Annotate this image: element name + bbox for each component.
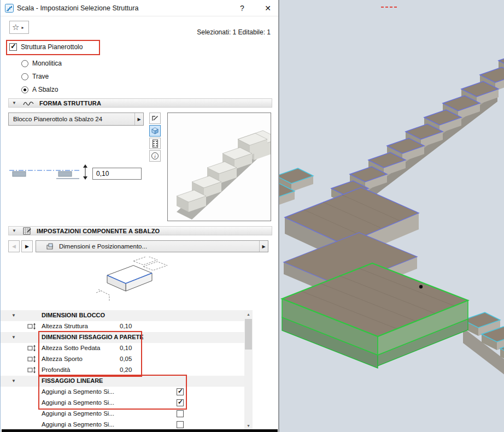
forma-struttura-header[interactable]: ▼ FORMA STRUTTURA <box>8 98 272 108</box>
row-checkbox[interactable] <box>177 399 184 406</box>
floor-plan-icon <box>151 114 159 122</box>
scroll-down-icon[interactable]: ▼ <box>244 422 253 430</box>
collapse-triangle-icon[interactable]: ▼ <box>12 100 16 105</box>
dialog-titlebar[interactable]: Scala - Impostazioni Selezione Struttura… <box>1 0 278 16</box>
row-value[interactable]: 0,10 <box>120 345 132 351</box>
screenshot-stage: Scala - Impostazioni Selezione Struttura… <box>0 0 504 432</box>
radio-monolitica[interactable]: Monolitica <box>21 59 62 68</box>
next-page-button[interactable]: ▶ <box>21 240 33 252</box>
radio-dot[interactable] <box>21 86 28 93</box>
group-label: FISSAGGIO LINEARE <box>42 377 103 384</box>
selection-info: Selezionati: 1 Editabile: 1 <box>197 28 271 36</box>
viewport-3d[interactable] <box>279 0 504 432</box>
close-button[interactable]: ✕ <box>261 3 275 14</box>
row-value[interactable]: 0,20 <box>120 366 132 373</box>
collapse-triangle-icon[interactable]: ▼ <box>11 335 16 340</box>
row-label: Altezza Sotto Pedata <box>42 345 100 351</box>
left-flight-partial <box>279 168 313 207</box>
row-label: Altezza Sporto <box>42 356 83 362</box>
page-dropdown[interactable]: Dimensioni e Posizionamento... ▶ <box>36 240 268 252</box>
help-button[interactable]: ? <box>236 3 249 14</box>
radio-a-sbalzo[interactable]: A Sbalzo <box>21 85 58 94</box>
row-label: Aggiungi a Segmento Si... <box>42 421 114 428</box>
ruler-marks <box>381 7 397 8</box>
table-row[interactable]: Altezza Sotto Pedata0,10 <box>1 343 244 354</box>
table-row[interactable]: Profondità0,20 <box>1 365 244 376</box>
row-label: Aggiungi a Segmento Si... <box>42 410 114 417</box>
radio-dot[interactable] <box>21 60 28 67</box>
collapse-triangle-icon[interactable]: ▼ <box>12 228 16 233</box>
dialog-title: Scala - Impostazioni Selezione Struttura <box>17 4 138 12</box>
info-icon: i <box>151 152 159 160</box>
upper-flight <box>331 53 504 204</box>
favorites-button[interactable]: ☆ ▸ <box>9 21 29 34</box>
altezza-sporto-icon <box>27 356 37 364</box>
row-checkbox[interactable] <box>177 388 184 395</box>
structure-preview[interactable] <box>167 113 271 221</box>
table-row[interactable]: Aggiungi a Segmento Si... <box>1 409 244 419</box>
table-group-row[interactable]: ▼FISSAGGIO LINEARE <box>1 376 244 387</box>
row-checkbox[interactable] <box>177 410 184 417</box>
radio-trave[interactable]: Trave <box>21 72 49 81</box>
profile-dropdown-value: Blocco Pianerottolo a Sbalzo 24 <box>13 116 134 122</box>
scrollbar-thumb[interactable] <box>245 319 252 350</box>
row-label: Profondità <box>42 366 70 373</box>
struttura-pianerottolo-label: Struttura Pianerottolo <box>21 43 83 51</box>
3d-cube-icon <box>151 127 159 135</box>
collapse-triangle-icon[interactable]: ▼ <box>11 313 16 318</box>
dropdown-arrow-icon[interactable]: ▶ <box>134 113 143 125</box>
stair-app-icon <box>5 4 14 13</box>
profondita-icon <box>27 366 37 375</box>
radio-label: Trave <box>32 73 49 80</box>
row-value[interactable]: 0,05 <box>120 356 132 362</box>
offset-diagram <box>8 164 91 181</box>
struttura-pianerottolo-row[interactable]: Struttura Pianerottolo <box>9 43 83 51</box>
table-row[interactable]: Aggiungi a Segmento Si... <box>1 398 244 409</box>
profile-dropdown[interactable]: Blocco Pianerottolo a Sbalzo 24 ▶ <box>8 113 144 126</box>
row-label: Aggiungi a Segmento Si... <box>42 399 114 406</box>
altezza-sotto-pedata-icon <box>27 345 37 353</box>
radio-label: Monolitica <box>32 60 62 67</box>
scroll-up-icon[interactable]: ▲ <box>244 310 253 318</box>
row-label: Altezza Struttura <box>42 323 88 329</box>
info-button[interactable]: i <box>149 150 161 162</box>
section-icon <box>151 139 159 148</box>
stair-3d-model <box>279 0 504 432</box>
table-row[interactable]: Aggiungi a Segmento Si... <box>1 419 244 430</box>
favorites-arrow-icon: ▸ <box>21 25 24 30</box>
table-row[interactable]: Aggiungi a Segmento Si... <box>1 387 244 398</box>
page-icon <box>46 242 54 250</box>
table-scrollbar[interactable]: ▲ ▼ <box>244 310 253 430</box>
page-dropdown-value: Dimensioni e Posizionamento... <box>59 243 259 250</box>
group-label: DIMENSIONI FISSAGGIO A PARETE <box>42 334 144 340</box>
model-3d-view-button[interactable] <box>149 125 161 137</box>
group-label: DIMENSIONI BLOCCO <box>42 312 105 318</box>
row-value[interactable]: 0,10 <box>120 323 132 329</box>
prev-page-button[interactable]: ◀ <box>8 240 20 252</box>
dropdown-arrow-icon[interactable]: ▶ <box>259 241 268 252</box>
row-checkbox[interactable] <box>177 421 184 428</box>
componente-header[interactable]: ▼ IMPOSTAZIONI COMPONENTE A SBALZO <box>8 226 272 235</box>
table-row[interactable]: Altezza Struttura0,10 <box>1 321 244 332</box>
radio-dot[interactable] <box>21 73 28 80</box>
altezza-struttura-icon <box>27 323 37 331</box>
preview-stair-image <box>168 113 271 221</box>
componente-icon <box>23 227 31 235</box>
table-row[interactable]: Altezza Sporto0,05 <box>1 354 244 365</box>
floor-plan-view-button[interactable] <box>149 113 161 124</box>
favorites-star-icon: ☆ <box>12 22 19 32</box>
table-group-row[interactable]: ▼DIMENSIONI BLOCCO <box>1 310 244 321</box>
hotspot-dot <box>419 285 423 288</box>
componente-title: IMPOSTAZIONI COMPONENTE A SBALZO <box>37 228 160 234</box>
section-view-button[interactable] <box>149 138 161 149</box>
profile-icon <box>23 100 34 106</box>
struttura-pianerottolo-checkbox[interactable] <box>9 43 17 51</box>
bottom-bar <box>2 429 278 432</box>
forma-struttura-title: FORMA STRUTTURA <box>39 100 101 106</box>
offset-input[interactable] <box>92 168 142 180</box>
radio-label: A Sbalzo <box>32 86 58 93</box>
row-label: Aggiungi a Segmento Si... <box>42 388 114 395</box>
collapse-triangle-icon[interactable]: ▼ <box>11 378 16 383</box>
settings-table: ▼DIMENSIONI BLOCCOAltezza Struttura0,10▼… <box>1 310 244 430</box>
table-group-row[interactable]: ▼DIMENSIONI FISSAGGIO A PARETE <box>1 332 244 343</box>
